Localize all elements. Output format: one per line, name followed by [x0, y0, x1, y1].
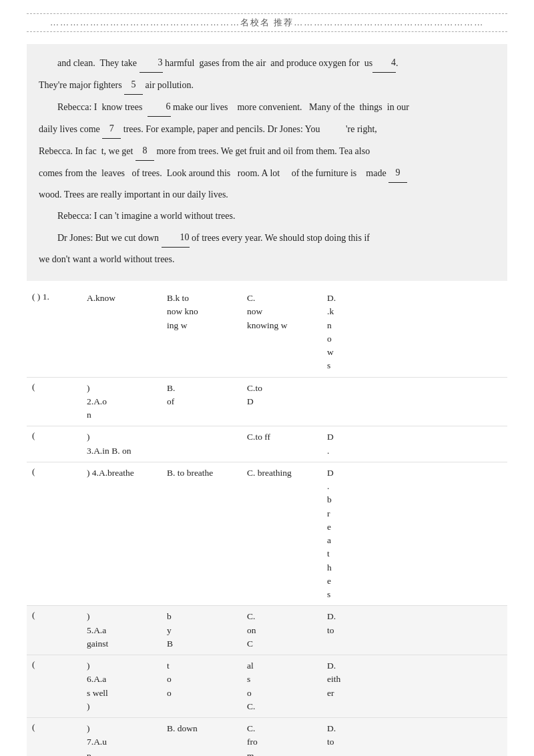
q6-optD: D.either: [327, 659, 400, 700]
question-row-6: ( )6.A.as well) too alsoC. D.either: [27, 655, 507, 718]
q6-number: (: [27, 659, 87, 670]
q1-optB: B.k tonow knoing w: [167, 292, 240, 332]
q6-options: )6.A.as well) too alsoC. D.either: [87, 659, 507, 713]
q2-optB: B.of: [167, 382, 240, 409]
q2-options: )2.A.on B.of C.toD: [87, 382, 507, 422]
q7-options: )7.A.up B. down C.from D.to: [87, 722, 507, 756]
question-row-4: ( ) 4.A.breathe B. to breathe C. breathi…: [27, 462, 507, 607]
q2-number: (: [27, 382, 87, 392]
q4-number: (: [27, 466, 87, 477]
q1-optC: C.nowknowing w: [247, 292, 320, 332]
passage-line-8: Rebecca: I can 't imagine a world withou…: [39, 207, 495, 226]
q4-optB: B. to breathe: [167, 466, 240, 480]
question-row-2: ( )2.A.on B.of C.toD: [27, 378, 507, 427]
passage-line-9: Dr Jones: But we cut down 10 of trees ev…: [39, 228, 495, 248]
question-row-1: ( ) 1. A.know B.k tonow knoing w C.nowkn…: [27, 288, 507, 378]
q4-optC: C. breathing: [247, 466, 320, 480]
q5-optB: byB: [167, 610, 240, 651]
blank-3: 3: [140, 53, 163, 73]
passage-line-7: wood. Trees are really important in our …: [39, 185, 495, 204]
q6-optB: too: [167, 659, 240, 700]
questions-section: ( ) 1. A.know B.k tonow knoing w C.nowkn…: [27, 288, 507, 756]
q6-optA: )6.A.as well): [87, 659, 160, 713]
q3-optC: C.to ff: [247, 430, 320, 444]
question-row-3: ( )3.A.in B. on C.to ff D.: [27, 426, 507, 462]
blank-9: 9: [388, 163, 407, 183]
q5-optD: D.to: [327, 610, 400, 637]
q3-optD: D.: [327, 430, 400, 458]
page: …………………………………………………名校名 推荐…………………………………………: [0, 0, 534, 756]
question-row-5: ( )5.A.against byB C.onC D.to: [27, 606, 507, 655]
q7-optC: C.from: [247, 722, 320, 756]
passage-line-2: They're major fighters 5 air pollution.: [39, 75, 495, 95]
q2-optC: C.toD: [247, 382, 320, 409]
q7-optA: )7.A.up: [87, 722, 160, 756]
q5-options: )5.A.against byB C.onC D.to: [87, 610, 507, 651]
passage-line-6: comes from the leaves of trees. Look aro…: [39, 163, 495, 183]
q1-optA: A.know: [87, 292, 160, 305]
passage-line-10: we don't want a world without trees.: [39, 250, 495, 269]
q4-optA: ) 4.A.breathe: [87, 466, 160, 480]
passage-line-1: and clean. They take 3 harmful gases fro…: [39, 53, 495, 73]
q7-optB: B. down: [167, 722, 240, 735]
q6-optC: alsoC.: [247, 659, 320, 713]
passage: and clean. They take 3 harmful gases fro…: [27, 44, 507, 281]
question-row-7: ( )7.A.up B. down C.from D.to: [27, 718, 507, 756]
q1-optD: D..knows: [327, 292, 400, 373]
passage-line-3: Rebecca: I know trees 6 make our lives m…: [39, 97, 495, 117]
blank-5: 5: [124, 75, 143, 95]
q7-optD: D.to: [327, 722, 400, 749]
q3-optA: )3.A.in B. on: [87, 430, 160, 458]
q1-number: ( ) 1.: [27, 292, 87, 302]
q1-options: A.know B.k tonow knoing w C.nowknowing w…: [87, 292, 507, 373]
q4-optD: D.breathes: [327, 466, 400, 602]
q5-number: (: [27, 610, 87, 621]
blank-6: 6: [148, 97, 171, 117]
q5-optA: )5.A.against: [87, 610, 160, 651]
q4-options: ) 4.A.breathe B. to breathe C. breathing…: [87, 466, 507, 602]
q5-optC: C.onC: [247, 610, 320, 651]
q3-number: (: [27, 430, 87, 441]
header: …………………………………………………名校名 推荐…………………………………………: [27, 13, 507, 32]
header-text: …………………………………………………名校名 推荐…………………………………………: [50, 17, 484, 27]
q7-number: (: [27, 722, 87, 733]
passage-line-4: daily lives come 7 trees. For example, p…: [39, 119, 495, 139]
q2-optA: )2.A.on: [87, 382, 160, 422]
passage-line-5: Rebecca. In fac t, we get 8 more from tr…: [39, 141, 495, 161]
blank-4: 4: [372, 53, 396, 73]
blank-8: 8: [136, 141, 154, 161]
q3-options: )3.A.in B. on C.to ff D.: [87, 430, 507, 458]
blank-10: 10: [162, 228, 190, 248]
blank-7: 7: [102, 119, 121, 139]
